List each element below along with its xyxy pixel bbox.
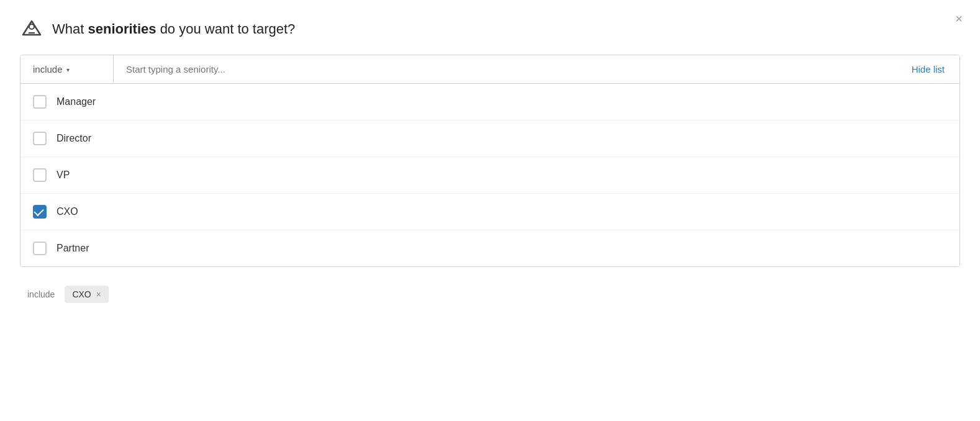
include-dropdown[interactable]: include ▾ bbox=[20, 55, 114, 83]
page-title: What seniorities do you want to target? bbox=[52, 21, 295, 37]
search-input[interactable] bbox=[126, 55, 884, 83]
seniority-label: Manager bbox=[57, 96, 96, 107]
seniority-list-container: include ▾ Hide list Manager Director VP bbox=[20, 55, 960, 267]
list-item[interactable]: CXO bbox=[20, 194, 960, 230]
list-header: include ▾ Hide list bbox=[20, 55, 960, 84]
list-item[interactable]: Director bbox=[20, 120, 960, 157]
selected-include-label: include bbox=[27, 289, 55, 299]
checkbox-partner[interactable] bbox=[33, 242, 47, 255]
selected-section: include CXO × bbox=[20, 286, 960, 303]
modal-header: What seniorities do you want to target? bbox=[20, 17, 960, 41]
modal-container: × What seniorities do you want to target… bbox=[0, 0, 980, 421]
search-wrapper bbox=[114, 55, 897, 83]
checkbox-director[interactable] bbox=[33, 132, 47, 145]
seniority-icon bbox=[20, 17, 43, 41]
chevron-down-icon: ▾ bbox=[66, 66, 70, 73]
list-item[interactable]: Partner bbox=[20, 230, 960, 266]
close-button[interactable]: × bbox=[955, 12, 963, 25]
list-item[interactable]: Manager bbox=[20, 84, 960, 120]
seniority-label: VP bbox=[57, 170, 70, 181]
checkbox-cxo[interactable] bbox=[33, 205, 47, 219]
seniority-label: CXO bbox=[57, 206, 78, 217]
seniority-list: Manager Director VP CXO Partner bbox=[20, 84, 960, 266]
svg-point-1 bbox=[29, 24, 34, 29]
tag-remove-button[interactable]: × bbox=[96, 290, 101, 299]
include-dropdown-label: include bbox=[33, 64, 63, 75]
seniority-label: Director bbox=[57, 133, 91, 144]
list-item[interactable]: VP bbox=[20, 157, 960, 194]
seniority-label: Partner bbox=[57, 243, 89, 254]
checkbox-vp[interactable] bbox=[33, 168, 47, 182]
tag-cxo: CXO × bbox=[65, 286, 109, 303]
checkbox-manager[interactable] bbox=[33, 95, 47, 109]
tag-label: CXO bbox=[72, 289, 91, 299]
hide-list-button[interactable]: Hide list bbox=[897, 55, 960, 83]
